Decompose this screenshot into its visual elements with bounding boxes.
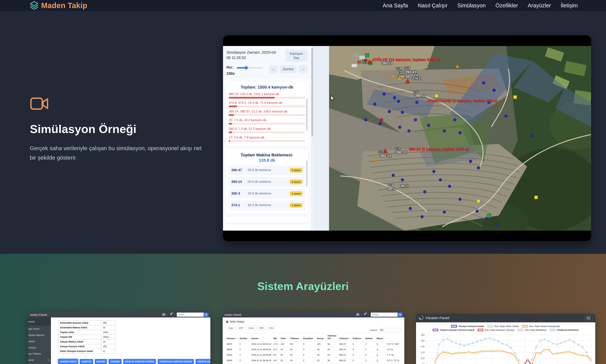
column-header[interactable]: [386, 333, 401, 341]
sidebar-item-1[interactable]: Anasayfa: [28, 317, 51, 326]
export-copy-button[interactable]: Copy: [226, 326, 235, 330]
nav-item-4[interactable]: Özellikler: [496, 2, 518, 9]
truck-marker[interactable]: [469, 160, 472, 163]
truck-marker[interactable]: [459, 198, 461, 200]
truck-marker[interactable]: [477, 167, 480, 169]
export-print-button[interactable]: Print: [267, 326, 276, 330]
truck-marker[interactable]: [482, 82, 485, 84]
column-header[interactable]: Yükleme Ort. ↑↓: [327, 333, 338, 341]
truck-marker[interactable]: [399, 126, 401, 129]
nav-item-2[interactable]: Nasıl Çalışır: [418, 2, 448, 9]
sidebar-item-7[interactable]: Duvarlar❯: [28, 357, 51, 363]
mail-icon[interactable]: [356, 313, 359, 316]
legend-item[interactable]: Son Saat Bekletme: [518, 329, 547, 331]
card-scrollbar[interactable]: [306, 160, 307, 187]
nav-item-1[interactable]: Ana Sayfa: [383, 2, 408, 9]
truck-marker[interactable]: [421, 216, 423, 218]
table-row[interactable]: M26322024-11-11 06:03:388.5825055550390-…: [226, 352, 401, 358]
truck-marker[interactable]: [505, 115, 507, 117]
truck-marker[interactable]: [373, 103, 376, 105]
truck-marker[interactable]: [459, 131, 461, 134]
truck-marker[interactable]: [409, 207, 412, 210]
brand[interactable]: Maden Takip: [30, 1, 87, 10]
truck-marker[interactable]: [397, 100, 400, 103]
tab-button-7[interactable]: TAVSİYE GRAFİĞİ: [195, 359, 210, 364]
truck-marker[interactable]: [393, 96, 396, 99]
slider-knob[interactable]: [245, 66, 248, 69]
tab-button-5[interactable]: SAATLİK KAMYON TAVSİYE: [123, 359, 156, 364]
step-back-button[interactable]: ←: [269, 65, 278, 73]
column-header[interactable]: Yükleme ↑↓: [289, 333, 303, 341]
legend-item[interactable]: Tavsiye Kamyon Adedi: [451, 325, 484, 328]
bell-icon[interactable]: [364, 313, 366, 316]
truck-marker[interactable]: [408, 130, 410, 132]
line-chart[interactable]: 18016014012010080: [417, 333, 592, 364]
column-header[interactable]: Yükleyici ↑↓: [338, 333, 352, 341]
truck-marker[interactable]: [493, 89, 496, 91]
sidebar-item-2[interactable]: Detaylı Arama: [28, 326, 51, 332]
truck-marker[interactable]: [401, 111, 404, 114]
card-scrollbar[interactable]: [306, 99, 307, 131]
column-header[interactable]: Vardiya ↑↓: [239, 333, 250, 341]
export-excel-button[interactable]: Excel: [246, 326, 256, 330]
excavator-marker[interactable]: [477, 199, 480, 203]
tab-button-3[interactable]: MAKİNE: [95, 359, 107, 364]
mail-icon[interactable]: [162, 313, 165, 316]
equipment-marker[interactable]: [487, 214, 491, 218]
truck-marker[interactable]: [443, 211, 446, 213]
truck-marker[interactable]: [423, 191, 426, 193]
excavator-marker[interactable]: [513, 95, 517, 99]
legend-item[interactable]: Son Saat Gelen Kamyonlar: [522, 325, 560, 328]
truck-marker[interactable]: [433, 170, 435, 173]
column-header[interactable]: Zaman ↑: [250, 333, 273, 341]
legend-item[interactable]: Ortalama Bekletme: [550, 329, 579, 331]
column-header[interactable]: Boşaltma ↑↓: [303, 333, 317, 341]
alert-marker[interactable]: [380, 118, 383, 121]
truck-marker[interactable]: [439, 179, 442, 181]
table-row[interactable]: M28922024-11-11 06:09:5016.1813023230390…: [226, 358, 401, 363]
tab-button-2[interactable]: KAMYON: [80, 359, 93, 364]
truck-marker[interactable]: [448, 185, 451, 188]
table-search-input[interactable]: [379, 328, 401, 332]
column-header[interactable]: Mazot ↑↓: [376, 333, 386, 341]
sidebar-item-6[interactable]: Dosya Yükleme: [28, 351, 51, 357]
sidebar-item-5[interactable]: Operasyon: [28, 344, 51, 351]
step-forward-button[interactable]: →: [299, 65, 307, 73]
table-row[interactable]: M12912024-11-11 06:32:2217.2693713837390…: [226, 363, 401, 364]
tab-button-1[interactable]: VARDİYA ÖZETİ: [58, 359, 78, 364]
search-button[interactable]: [398, 312, 402, 317]
column-header[interactable]: Sefer ↑↓: [280, 333, 289, 341]
table-row[interactable]: M07422024-11-11 06:02:4217.4102983101983…: [226, 341, 401, 347]
truck-marker[interactable]: [496, 223, 498, 225]
nav-item-6[interactable]: İletişim: [561, 2, 578, 9]
truck-marker[interactable]: [392, 174, 395, 177]
tab-button-4[interactable]: KADEME: [109, 359, 122, 364]
dashboard-search-input[interactable]: [371, 312, 398, 317]
truck-marker[interactable]: [427, 124, 430, 127]
select-truck-button[interactable]: Kamyon Seç: [285, 50, 307, 62]
mine-satellite-map[interactable]: 390-5111:2611:23E13390-41390-49E6374-211…: [329, 46, 591, 231]
truck-marker[interactable]: [388, 110, 391, 113]
column-header[interactable]: Duruş ↑↓: [317, 333, 327, 341]
sidebar-item-8[interactable]: Info: [28, 363, 51, 364]
bell-icon[interactable]: [170, 313, 172, 316]
export-pdf-button[interactable]: PDF: [257, 326, 266, 330]
truck-marker[interactable]: [383, 93, 386, 95]
truck-marker[interactable]: [415, 101, 418, 104]
legend-item[interactable]: Son Saat Kamyon Tavsiye: [478, 329, 514, 331]
sidebar-item-4[interactable]: Planlama: [28, 338, 51, 344]
column-header[interactable]: KM ↑↓: [273, 333, 280, 341]
truck-marker[interactable]: [379, 122, 382, 125]
panel-scrollbar[interactable]: [311, 46, 314, 231]
export-csv-button[interactable]: CSV: [237, 326, 246, 330]
excavator-marker[interactable]: [435, 94, 438, 98]
truck-marker[interactable]: [364, 118, 367, 121]
truck-marker[interactable]: [401, 179, 404, 181]
legend-item[interactable]: Toplam Çalışan Kamyon Adedi: [433, 329, 474, 331]
excavator-marker[interactable]: [534, 196, 538, 199]
column-header[interactable]: Döküm ↑↓: [364, 333, 376, 341]
column-header[interactable]: Kamyon ↑↓: [226, 333, 239, 341]
truck-marker[interactable]: [414, 118, 417, 121]
table-row[interactable]: M05022024-11-11 06:03:0012.7824324543390…: [226, 347, 401, 352]
speed-slider[interactable]: [237, 67, 262, 69]
